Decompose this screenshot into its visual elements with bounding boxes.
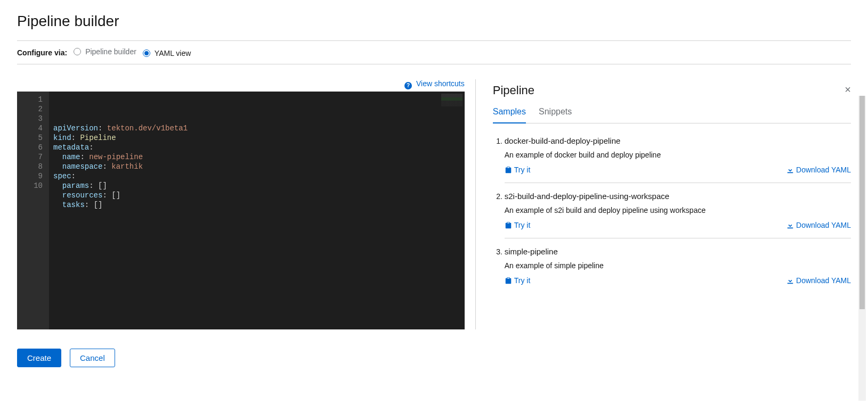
code-line: name: new-pipeline	[53, 152, 460, 162]
radio-icon	[74, 48, 81, 55]
sample-title: simple-pipeline	[505, 247, 851, 256]
code-line: tasks: []	[53, 200, 460, 210]
sample-actions: Try itDownload YAML	[505, 166, 851, 174]
editor-content[interactable]: apiVersion: tekton.dev/v1beta1kind: Pipe…	[49, 92, 465, 329]
tab-snippets[interactable]: Snippets	[539, 102, 572, 123]
sample-title: docker-build-and-deploy-pipeline	[505, 136, 851, 145]
try-it-link[interactable]: Try it	[505, 166, 531, 174]
download-yaml-link[interactable]: Download YAML	[786, 166, 851, 174]
paste-icon	[505, 277, 512, 284]
view-shortcuts-label: View shortcuts	[416, 79, 465, 88]
scrollbar-thumb[interactable]	[859, 96, 865, 309]
sample-item: docker-build-and-deploy-pipelineAn examp…	[505, 128, 851, 183]
download-yaml-link[interactable]: Download YAML	[786, 221, 851, 229]
editor-minimap	[441, 94, 463, 106]
radio-label: YAML view	[155, 49, 191, 57]
line-number: 5	[28, 133, 43, 143]
try-it-link[interactable]: Try it	[505, 276, 531, 285]
tab-samples[interactable]: Samples	[493, 102, 526, 123]
try-it-link[interactable]: Try it	[505, 221, 531, 229]
sample-item: s2i-build-and-deploy-pipeline-using-work…	[505, 183, 851, 238]
line-number: 1	[28, 95, 43, 104]
code-line: metadata:	[53, 143, 460, 152]
line-number: 6	[28, 143, 43, 152]
code-line: resources: []	[53, 191, 460, 200]
code-line: apiVersion: tekton.dev/v1beta1	[53, 123, 460, 133]
download-icon	[786, 277, 794, 284]
help-icon: ?	[404, 82, 412, 89]
configure-label: Configure via:	[17, 48, 67, 57]
line-number: 8	[28, 162, 43, 171]
cancel-button[interactable]: Cancel	[70, 349, 115, 367]
radio-icon	[143, 49, 150, 57]
page-scrollbar[interactable]	[858, 96, 866, 367]
radio-configure-0[interactable]: Pipeline builder	[74, 47, 136, 56]
paste-icon	[505, 166, 512, 173]
line-number: 3	[28, 114, 43, 123]
code-line: kind: Pipeline	[53, 133, 460, 143]
radio-configure-1[interactable]: YAML view	[143, 49, 191, 57]
view-shortcuts-link[interactable]: ? View shortcuts	[404, 79, 465, 88]
sidebar-tabs: SamplesSnippets	[493, 102, 851, 123]
sample-item: simple-pipelineAn example of simple pipe…	[505, 238, 851, 293]
line-number: 4	[28, 123, 43, 133]
download-yaml-link[interactable]: Download YAML	[786, 276, 851, 285]
samples-list: docker-build-and-deploy-pipelineAn examp…	[493, 128, 851, 293]
sample-description: An example of docker build and deploy pi…	[505, 151, 851, 159]
editor-gutter: 12345678910	[17, 92, 49, 329]
code-line	[53, 210, 460, 219]
configure-bar: Configure via: Pipeline builderYAML view	[17, 40, 851, 64]
line-number: 2	[28, 104, 43, 114]
yaml-editor[interactable]: 12345678910 apiVersion: tekton.dev/v1bet…	[17, 92, 465, 329]
sidebar-title: Pipeline	[493, 84, 851, 97]
sample-title: s2i-build-and-deploy-pipeline-using-work…	[505, 192, 851, 201]
paste-icon	[505, 221, 512, 229]
sample-description: An example of s2i build and deploy pipel…	[505, 206, 851, 214]
radio-label: Pipeline builder	[85, 47, 136, 56]
download-icon	[786, 221, 794, 229]
code-line: params: []	[53, 181, 460, 191]
footer-actions: Create Cancel	[17, 349, 851, 367]
line-number: 10	[28, 181, 43, 191]
code-line: namespace: karthik	[53, 162, 460, 171]
sample-actions: Try itDownload YAML	[505, 276, 851, 285]
line-number: 9	[28, 171, 43, 181]
line-number: 7	[28, 152, 43, 162]
sample-actions: Try itDownload YAML	[505, 221, 851, 229]
page-title: Pipeline builder	[17, 13, 851, 30]
close-icon[interactable]: ×	[845, 84, 851, 96]
code-line: spec:	[53, 171, 460, 181]
create-button[interactable]: Create	[17, 349, 61, 367]
download-icon	[786, 166, 794, 173]
sample-description: An example of simple pipeline	[505, 261, 851, 270]
